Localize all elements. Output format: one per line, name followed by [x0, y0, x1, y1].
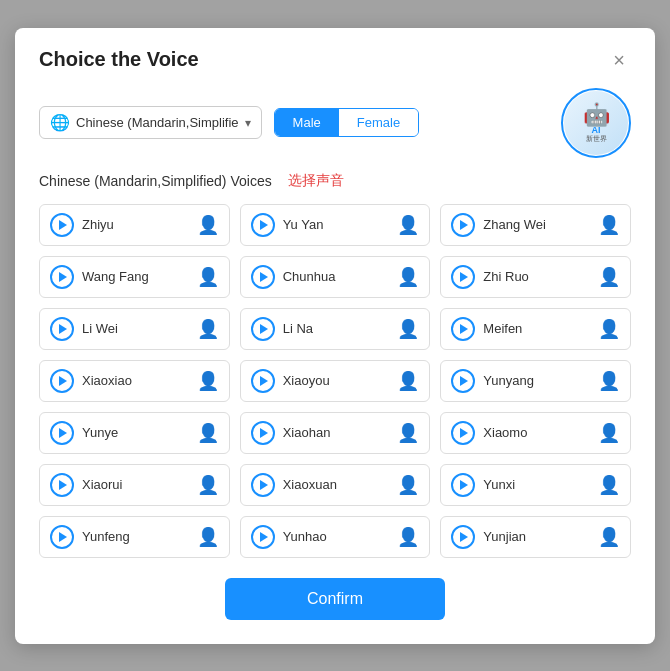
play-button[interactable]	[451, 525, 475, 549]
section-label: Chinese (Mandarin,Simplified) Voices	[39, 173, 272, 189]
voice-card[interactable]: Xiaomo 👤	[440, 412, 631, 454]
play-icon	[260, 376, 268, 386]
controls-row: 🌐 Chinese (Mandarin,Simplifie ▾ Male Fem…	[39, 88, 631, 158]
play-icon	[260, 324, 268, 334]
user-icon: 👤	[397, 318, 419, 340]
user-icon: 👤	[197, 318, 219, 340]
play-button[interactable]	[50, 421, 74, 445]
play-button[interactable]	[451, 421, 475, 445]
voice-card[interactable]: Yunjian 👤	[440, 516, 631, 558]
language-select[interactable]: 🌐 Chinese (Mandarin,Simplifie ▾	[39, 106, 262, 139]
user-icon: 👤	[598, 474, 620, 496]
user-icon: 👤	[197, 370, 219, 392]
voice-card[interactable]: Li Na 👤	[240, 308, 431, 350]
play-icon	[460, 272, 468, 282]
voice-name: Li Wei	[82, 321, 189, 336]
voice-name: Yunye	[82, 425, 189, 440]
robot-sub-label: 新世界	[583, 135, 610, 142]
play-button[interactable]	[251, 213, 275, 237]
voice-name: Yunhao	[283, 529, 390, 544]
voice-name: Zhi Ruo	[483, 269, 590, 284]
voice-card[interactable]: Zhi Ruo 👤	[440, 256, 631, 298]
play-button[interactable]	[251, 421, 275, 445]
section-header: Chinese (Mandarin,Simplified) Voices 选择声…	[39, 172, 631, 190]
robot-avatar: 🤖 AI 新世界	[561, 88, 631, 158]
voice-name: Xiaohan	[283, 425, 390, 440]
voice-card[interactable]: Yunhao 👤	[240, 516, 431, 558]
voice-card[interactable]: Xiaoyou 👤	[240, 360, 431, 402]
user-icon: 👤	[397, 474, 419, 496]
play-button[interactable]	[50, 317, 74, 341]
voice-name: Xiaoxuan	[283, 477, 390, 492]
modal-dialog: Choice the Voice × 🌐 Chinese (Mandarin,S…	[15, 28, 655, 644]
voice-name: Xiaoyou	[283, 373, 390, 388]
play-button[interactable]	[251, 369, 275, 393]
user-icon: 👤	[598, 266, 620, 288]
voice-card[interactable]: Yunxi 👤	[440, 464, 631, 506]
play-icon	[260, 428, 268, 438]
voice-card[interactable]: Yunyang 👤	[440, 360, 631, 402]
play-button[interactable]	[451, 265, 475, 289]
play-icon	[59, 220, 67, 230]
voice-card[interactable]: Chunhua 👤	[240, 256, 431, 298]
voice-card[interactable]: Yunfeng 👤	[39, 516, 230, 558]
voice-name: Zhang Wei	[483, 217, 590, 232]
voice-card[interactable]: Zhiyu 👤	[39, 204, 230, 246]
globe-icon: 🌐	[50, 113, 70, 132]
confirm-button[interactable]: Confirm	[225, 578, 445, 620]
user-icon: 👤	[397, 370, 419, 392]
chevron-down-icon: ▾	[245, 116, 251, 130]
user-icon: 👤	[197, 266, 219, 288]
voice-name: Xiaoxiao	[82, 373, 189, 388]
play-button[interactable]	[451, 317, 475, 341]
male-button[interactable]: Male	[275, 109, 339, 136]
play-button[interactable]	[251, 317, 275, 341]
voice-name: Wang Fang	[82, 269, 189, 284]
play-button[interactable]	[50, 473, 74, 497]
play-button[interactable]	[50, 265, 74, 289]
play-icon	[460, 324, 468, 334]
voice-name: Yunyang	[483, 373, 590, 388]
play-icon	[260, 480, 268, 490]
play-icon	[260, 532, 268, 542]
play-button[interactable]	[251, 525, 275, 549]
play-button[interactable]	[50, 213, 74, 237]
close-button[interactable]: ×	[607, 48, 631, 72]
user-icon: 👤	[598, 422, 620, 444]
play-icon	[460, 220, 468, 230]
user-icon: 👤	[397, 422, 419, 444]
language-text: Chinese (Mandarin,Simplifie	[76, 115, 239, 130]
voice-card[interactable]: Xiaoxiao 👤	[39, 360, 230, 402]
play-button[interactable]	[451, 213, 475, 237]
play-icon	[59, 376, 67, 386]
voice-card[interactable]: Wang Fang 👤	[39, 256, 230, 298]
female-button[interactable]: Female	[339, 109, 418, 136]
play-button[interactable]	[50, 369, 74, 393]
user-icon: 👤	[397, 214, 419, 236]
robot-image: 🤖 AI 新世界	[564, 91, 628, 155]
user-icon: 👤	[598, 526, 620, 548]
voice-name: Chunhua	[283, 269, 390, 284]
play-icon	[59, 480, 67, 490]
user-icon: 👤	[197, 422, 219, 444]
voice-card[interactable]: Li Wei 👤	[39, 308, 230, 350]
voice-card[interactable]: Xiaohan 👤	[240, 412, 431, 454]
play-icon	[260, 272, 268, 282]
voice-name: Yunjian	[483, 529, 590, 544]
voice-card[interactable]: Yunye 👤	[39, 412, 230, 454]
voice-card[interactable]: Meifen 👤	[440, 308, 631, 350]
play-button[interactable]	[251, 265, 275, 289]
play-icon	[460, 428, 468, 438]
voice-card[interactable]: Zhang Wei 👤	[440, 204, 631, 246]
voice-card[interactable]: Xiaoxuan 👤	[240, 464, 431, 506]
play-icon	[260, 220, 268, 230]
voice-name: Li Na	[283, 321, 390, 336]
voice-card[interactable]: Xiaorui 👤	[39, 464, 230, 506]
play-button[interactable]	[251, 473, 275, 497]
play-button[interactable]	[451, 369, 475, 393]
play-button[interactable]	[50, 525, 74, 549]
play-button[interactable]	[451, 473, 475, 497]
voice-card[interactable]: Yu Yan 👤	[240, 204, 431, 246]
gender-toggle: Male Female	[274, 108, 420, 137]
user-icon: 👤	[397, 266, 419, 288]
